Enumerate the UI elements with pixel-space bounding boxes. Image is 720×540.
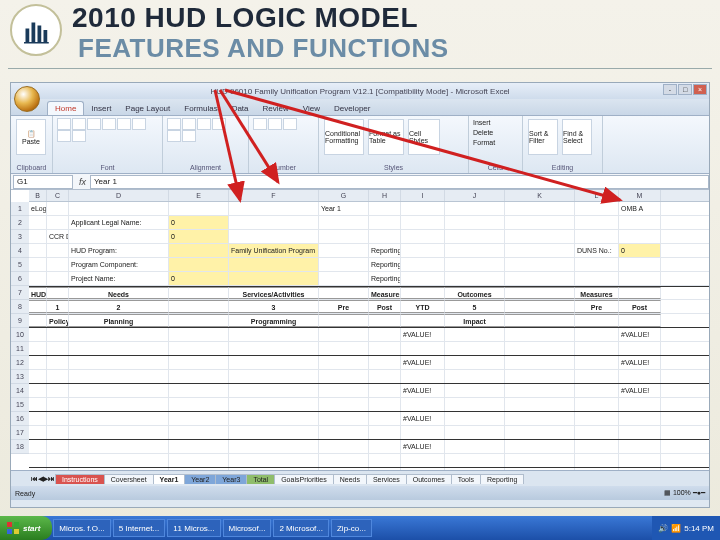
cell[interactable] [505, 202, 575, 215]
align-center-icon[interactable] [182, 118, 196, 130]
cell[interactable] [169, 454, 229, 467]
cell[interactable] [575, 440, 619, 453]
cell[interactable] [619, 468, 661, 470]
cell[interactable] [319, 230, 369, 243]
cell[interactable] [445, 468, 505, 470]
cell[interactable] [47, 384, 69, 397]
cell[interactable] [47, 272, 69, 285]
cell[interactable] [575, 272, 619, 285]
cell[interactable] [575, 426, 619, 439]
taskbar-item[interactable]: 11 Micros... [167, 519, 220, 537]
cell[interactable] [169, 370, 229, 383]
cell[interactable] [69, 230, 169, 243]
cell[interactable] [169, 300, 229, 313]
format-cells-button[interactable]: Format [473, 138, 518, 148]
cell[interactable]: #VALUE! [619, 328, 661, 341]
cell[interactable] [445, 370, 505, 383]
cell[interactable] [369, 230, 401, 243]
cell[interactable] [29, 244, 47, 257]
minimize-button[interactable]: - [663, 84, 677, 95]
cell[interactable] [319, 258, 369, 271]
cell[interactable] [229, 328, 319, 341]
cell[interactable]: Reporting Period: [369, 244, 401, 257]
cell[interactable]: YTD [401, 300, 445, 313]
cell[interactable]: 0 [619, 244, 661, 257]
align-left-icon[interactable] [167, 118, 181, 130]
cell[interactable] [445, 272, 505, 285]
tab-home[interactable]: Home [47, 101, 84, 115]
cell[interactable] [319, 370, 369, 383]
cell[interactable] [401, 202, 445, 215]
cell[interactable] [319, 468, 369, 470]
cell[interactable] [229, 202, 319, 215]
cell[interactable] [29, 230, 47, 243]
col-header-K[interactable]: K [505, 190, 575, 201]
col-header-C[interactable]: C [47, 190, 69, 201]
insert-cells-button[interactable]: Insert [473, 118, 518, 128]
cell[interactable]: Pre [319, 300, 369, 313]
cell[interactable] [575, 230, 619, 243]
row-header-10[interactable]: 10 [11, 328, 29, 342]
cell[interactable] [169, 314, 229, 327]
sheet-tab-instructions[interactable]: Instructions [55, 474, 105, 484]
cell[interactable] [505, 454, 575, 467]
cell[interactable] [319, 216, 369, 229]
cell[interactable] [369, 454, 401, 467]
cell[interactable] [505, 300, 575, 313]
sheet-tab-outcomes[interactable]: Outcomes [406, 474, 452, 484]
indent-icon[interactable] [167, 130, 181, 142]
fx-icon[interactable]: fx [79, 177, 86, 187]
cell[interactable] [47, 342, 69, 355]
cell[interactable] [319, 426, 369, 439]
row-header-5[interactable]: 5 [11, 258, 29, 272]
zoom-level[interactable]: 100% [673, 489, 691, 496]
cell[interactable] [445, 440, 505, 453]
cell[interactable] [29, 300, 47, 313]
cell[interactable] [319, 272, 369, 285]
cell[interactable] [29, 398, 47, 411]
cell[interactable] [369, 370, 401, 383]
cell[interactable] [401, 258, 445, 271]
cell[interactable] [319, 454, 369, 467]
cell[interactable] [619, 342, 661, 355]
cell[interactable] [369, 412, 401, 425]
cell[interactable] [505, 370, 575, 383]
cell[interactable]: Reporting Start Date: [369, 258, 401, 271]
cell[interactable] [505, 398, 575, 411]
formula-input[interactable]: Year 1 [90, 175, 709, 189]
cell[interactable] [29, 356, 47, 369]
row-header-17[interactable]: 17 [11, 426, 29, 440]
row-header-2[interactable]: 2 [11, 216, 29, 230]
cell[interactable] [575, 398, 619, 411]
cell[interactable] [445, 384, 505, 397]
cell[interactable] [29, 328, 47, 341]
cell[interactable] [29, 384, 47, 397]
close-button[interactable]: × [693, 84, 707, 95]
cell-styles-button[interactable]: Cell Styles [408, 119, 440, 155]
cell[interactable] [575, 314, 619, 327]
cell[interactable]: Measures [575, 287, 619, 299]
border-icon[interactable] [102, 118, 116, 130]
cell[interactable] [575, 342, 619, 355]
cell[interactable] [619, 440, 661, 453]
cell[interactable] [445, 454, 505, 467]
row-header-6[interactable]: 6 [11, 272, 29, 286]
cell[interactable] [169, 202, 229, 215]
view-normal-icon[interactable]: ▦ [664, 489, 671, 496]
cell[interactable] [505, 468, 575, 470]
row-header-14[interactable]: 14 [11, 384, 29, 398]
cell[interactable]: #VALUE! [401, 328, 445, 341]
cell[interactable] [619, 230, 661, 243]
office-button[interactable] [14, 86, 40, 112]
cell[interactable] [69, 468, 169, 470]
cell[interactable]: Policy [47, 314, 69, 327]
cell[interactable] [229, 370, 319, 383]
cell[interactable] [401, 244, 445, 257]
cell[interactable]: Services/Activities [229, 287, 319, 299]
cell[interactable] [29, 216, 47, 229]
cell[interactable]: DUNS No.: [575, 244, 619, 257]
tray-volume-icon[interactable]: 🔊 [658, 524, 668, 533]
cell[interactable] [229, 454, 319, 467]
cell[interactable] [319, 440, 369, 453]
cell[interactable] [401, 342, 445, 355]
